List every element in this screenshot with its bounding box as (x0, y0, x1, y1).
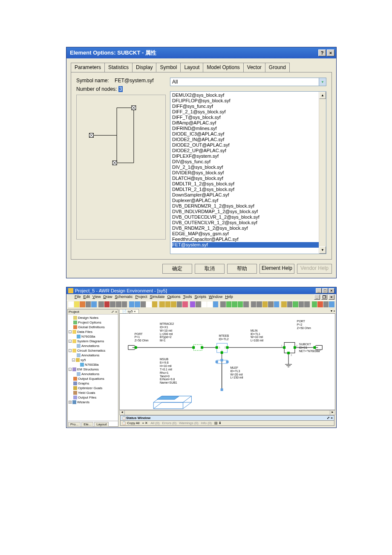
tab-vector[interactable]: Vector (243, 63, 265, 72)
tree-node[interactable]: Project Options (69, 320, 117, 325)
tree-node[interactable]: Design Notes (69, 315, 117, 320)
toolbar-button[interactable] (213, 301, 219, 307)
list-item[interactable]: Duplexer@APLAC.syf (172, 198, 324, 203)
ok-button[interactable]: 确定 (162, 264, 192, 274)
list-item[interactable]: DMDLTR_2_1@sys_block.syf (172, 187, 324, 192)
close-button[interactable]: × (327, 49, 334, 56)
toolbar-button[interactable] (281, 301, 287, 307)
h-scrollbar[interactable]: ◄► (119, 410, 335, 415)
list-item[interactable]: DIFF_T@sys_block.syf (172, 115, 324, 120)
tab-model-options[interactable]: Model Options (203, 63, 243, 72)
toolbar-button[interactable] (152, 301, 158, 307)
list-item[interactable]: DIODE2_OUT@APLAC.syf (172, 142, 324, 148)
list-item[interactable]: DVB_RNDMZR_1_2@sys_block.syf (172, 225, 324, 231)
list-item[interactable]: FET@system.syf (172, 242, 324, 248)
list-item[interactable]: DIODE2_IN@APLAC.syf (172, 137, 324, 142)
tree-node[interactable]: -Circuit Schematics (69, 348, 117, 353)
list-item[interactable]: DIV@sys_func.syf (172, 159, 324, 165)
help-button[interactable]: 帮助 (227, 264, 257, 274)
list-item[interactable]: DIV_2_1@sys_block.syf (172, 165, 324, 170)
toolbar-button[interactable] (329, 301, 334, 307)
menu-scripts[interactable]: Scripts (193, 295, 208, 299)
tree-node[interactable]: Output Equations (69, 376, 117, 381)
toolbar-button[interactable] (110, 301, 115, 307)
toolbar-button[interactable] (135, 301, 140, 307)
toolbar-button[interactable] (220, 301, 226, 307)
toolbar-button[interactable] (116, 301, 121, 307)
toolbar-button[interactable] (268, 301, 274, 307)
menu-draw[interactable]: Draw (102, 295, 113, 299)
menu-help[interactable]: Help (224, 295, 234, 299)
menu-window[interactable]: Window (208, 295, 224, 299)
toolbar-button[interactable] (243, 301, 249, 307)
toolbar-button[interactable] (91, 301, 97, 307)
tree-node[interactable]: Graphs (69, 381, 117, 386)
toolbar-button[interactable] (171, 301, 176, 307)
scroll-down-icon[interactable]: ▼ (319, 246, 326, 254)
canvas-tab[interactable]: 📄 sy5 × (119, 309, 139, 313)
bottom-tab-layout[interactable]: Layout (94, 422, 109, 427)
menu-file[interactable]: File (73, 295, 82, 299)
toolbar-button[interactable] (262, 301, 268, 307)
filter-errors[interactable]: Errors (0) (162, 421, 176, 425)
list-item[interactable]: DVB_OUTENCILVR_1_2@sys_block.syf (172, 220, 324, 225)
tree-node[interactable]: -EM Structures (69, 367, 117, 372)
toolbar-button[interactable] (129, 301, 135, 307)
nodes-value[interactable]: 3 (118, 86, 123, 92)
pin-icon[interactable]: ⤢ × (111, 310, 117, 314)
tab-display[interactable]: Display (132, 63, 156, 72)
toolbar-button[interactable] (304, 301, 310, 307)
chevron-down-icon[interactable]: ▼ (319, 78, 326, 86)
tree-node[interactable]: -Data Files (69, 330, 117, 334)
mdi-restore[interactable]: ❐ (321, 295, 327, 300)
toolbar-button[interactable] (257, 301, 262, 307)
list-item[interactable]: DownSampler@APLAC.syf (172, 192, 324, 198)
combo-input[interactable] (170, 78, 319, 86)
toolbar-button[interactable] (122, 301, 127, 307)
filter-all[interactable]: All (0) (151, 421, 160, 425)
menu-view[interactable]: View (91, 295, 102, 299)
list-item[interactable]: FeedthruCapacitor@APLAC.syf (172, 237, 324, 242)
toolbar-button[interactable] (226, 301, 232, 307)
menu-project[interactable]: Project (134, 295, 148, 299)
tree-node[interactable]: Annotations (69, 353, 117, 358)
tree-node[interactable]: -System Diagrams (69, 339, 117, 344)
list-item[interactable]: DIODE_IC3@APLAC.syf (172, 131, 324, 137)
toolbar-button[interactable] (323, 301, 329, 307)
copy-all-button[interactable]: 📋 Copy All (122, 421, 140, 425)
list-item[interactable]: DVB_OUTDECDLVR_1_2@sys_block.syf (172, 214, 324, 220)
toolbar-button[interactable] (238, 301, 243, 307)
tree-node[interactable]: Optimizer Goals (69, 386, 117, 390)
minimize-button[interactable]: _ (316, 288, 322, 293)
toolbar-button[interactable] (312, 301, 317, 307)
tree-node[interactable]: Annotations (69, 344, 117, 348)
bottom-tab-project[interactable]: Pro... (68, 422, 81, 427)
close-button[interactable]: × (329, 288, 334, 293)
toolbar-button[interactable] (287, 301, 293, 307)
list-item[interactable]: DiffAmp@APLAC.syf (172, 120, 324, 126)
toolbar-button[interactable] (74, 301, 80, 307)
tree-node[interactable]: N76038a (69, 334, 117, 339)
tree-node[interactable]: Output Files (69, 395, 117, 400)
list-item[interactable]: DMDLTR_1_2@sys_block.syf (172, 181, 324, 187)
toolbar-button[interactable] (86, 301, 91, 307)
list-item[interactable]: DFLIPFLOP@sys_block.syf (172, 98, 324, 104)
toolbar-button[interactable] (165, 301, 171, 307)
list-item[interactable]: DEMUX2@sys_block.syf (172, 92, 324, 98)
list-item[interactable]: EDGE_MAP@sys_gsm.syf (172, 231, 324, 237)
symbol-filter-combo[interactable]: ▼ (170, 78, 326, 86)
scroll-up-icon[interactable]: ▲ (319, 92, 326, 99)
list-item[interactable]: DLATCH@sys_block.syf (172, 176, 324, 181)
tab-layout[interactable]: Layout (180, 63, 203, 72)
tab-statistics[interactable]: Statistics (104, 63, 133, 72)
toolbar-button[interactable] (274, 301, 280, 307)
tab-symbol[interactable]: Symbol (156, 63, 181, 72)
toolbar-button[interactable] (159, 301, 165, 307)
toolbar-button[interactable] (251, 301, 257, 307)
toolbar-button[interactable] (182, 301, 188, 307)
maximize-button[interactable]: □ (322, 288, 328, 293)
list-item[interactable]: DIVIDER@sys_block.syf (172, 170, 324, 176)
toolbar-button[interactable] (293, 301, 298, 307)
tree-node[interactable]: N76038a (69, 362, 117, 367)
toolbar-button[interactable] (177, 301, 182, 307)
